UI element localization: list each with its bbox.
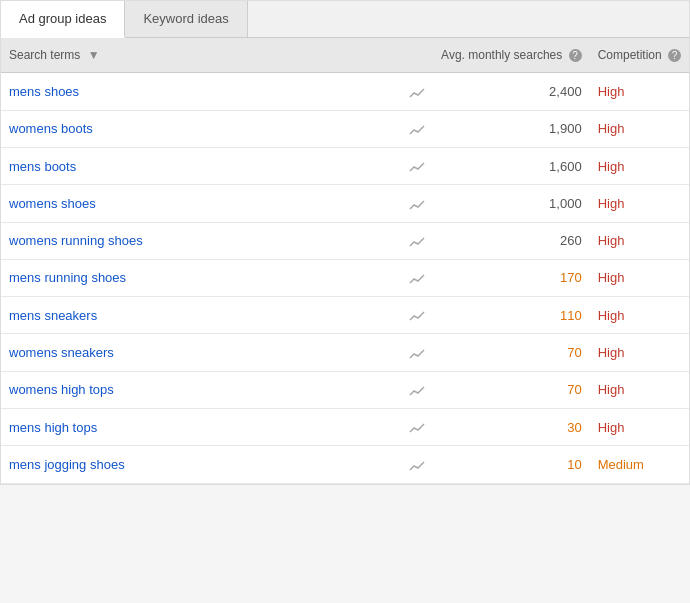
table-row: mens boots1,600High xyxy=(1,147,689,184)
term-cell[interactable]: mens high tops xyxy=(1,409,401,446)
col-avg-monthly[interactable]: Avg. monthly searches ? xyxy=(433,38,590,73)
avg-monthly-cell: 1,000 xyxy=(433,185,590,222)
table-row: mens running shoes170High xyxy=(1,259,689,296)
table-row: womens sneakers70High xyxy=(1,334,689,371)
trend-icon xyxy=(401,185,433,222)
avg-monthly-cell: 30 xyxy=(433,409,590,446)
term-cell[interactable]: womens running shoes xyxy=(1,222,401,259)
competition-cell: High xyxy=(590,185,689,222)
main-container: Ad group ideas Keyword ideas Search term… xyxy=(0,0,690,485)
competition-cell: High xyxy=(590,409,689,446)
avg-monthly-cell: 2,400 xyxy=(433,73,590,110)
avg-monthly-cell: 1,600 xyxy=(433,147,590,184)
sort-arrow-icon: ▼ xyxy=(88,48,100,62)
tab-bar: Ad group ideas Keyword ideas xyxy=(1,1,689,38)
competition-cell: High xyxy=(590,259,689,296)
avg-monthly-cell: 170 xyxy=(433,259,590,296)
avg-monthly-cell: 70 xyxy=(433,371,590,408)
trend-icon xyxy=(401,110,433,147)
term-cell[interactable]: mens sneakers xyxy=(1,297,401,334)
term-cell[interactable]: womens shoes xyxy=(1,185,401,222)
table-row: womens running shoes260High xyxy=(1,222,689,259)
avg-monthly-cell: 1,900 xyxy=(433,110,590,147)
competition-cell: High xyxy=(590,147,689,184)
avg-monthly-cell: 110 xyxy=(433,297,590,334)
term-cell[interactable]: womens high tops xyxy=(1,371,401,408)
trend-icon xyxy=(401,297,433,334)
tab-ad-group-ideas[interactable]: Ad group ideas xyxy=(1,1,125,38)
term-cell[interactable]: mens jogging shoes xyxy=(1,446,401,483)
col-search-terms[interactable]: Search terms ▼ xyxy=(1,38,401,73)
table-row: mens sneakers110High xyxy=(1,297,689,334)
trend-icon xyxy=(401,446,433,483)
competition-cell: High xyxy=(590,297,689,334)
table-row: mens shoes2,400High xyxy=(1,73,689,110)
tab-keyword-ideas[interactable]: Keyword ideas xyxy=(125,1,247,37)
trend-icon xyxy=(401,259,433,296)
table-row: womens boots1,900High xyxy=(1,110,689,147)
trend-icon xyxy=(401,73,433,110)
term-cell[interactable]: womens sneakers xyxy=(1,334,401,371)
keywords-table: Search terms ▼ Avg. monthly searches ? C… xyxy=(1,38,689,484)
table-row: womens high tops70High xyxy=(1,371,689,408)
trend-icon xyxy=(401,371,433,408)
competition-cell: High xyxy=(590,371,689,408)
avg-monthly-cell: 10 xyxy=(433,446,590,483)
competition-cell: High xyxy=(590,73,689,110)
term-cell[interactable]: womens boots xyxy=(1,110,401,147)
col-competition[interactable]: Competition ? xyxy=(590,38,689,73)
trend-icon xyxy=(401,334,433,371)
term-cell[interactable]: mens running shoes xyxy=(1,259,401,296)
trend-icon xyxy=(401,222,433,259)
table-header-row: Search terms ▼ Avg. monthly searches ? C… xyxy=(1,38,689,73)
table-row: mens high tops30High xyxy=(1,409,689,446)
avg-help-icon[interactable]: ? xyxy=(569,49,582,62)
competition-cell: High xyxy=(590,110,689,147)
avg-monthly-cell: 260 xyxy=(433,222,590,259)
trend-icon xyxy=(401,147,433,184)
competition-cell: High xyxy=(590,334,689,371)
avg-monthly-cell: 70 xyxy=(433,334,590,371)
col-trend xyxy=(401,38,433,73)
competition-cell: High xyxy=(590,222,689,259)
comp-help-icon[interactable]: ? xyxy=(668,49,681,62)
table-body: mens shoes2,400Highwomens boots1,900High… xyxy=(1,73,689,483)
table-row: womens shoes1,000High xyxy=(1,185,689,222)
term-cell[interactable]: mens shoes xyxy=(1,73,401,110)
trend-icon xyxy=(401,409,433,446)
term-cell[interactable]: mens boots xyxy=(1,147,401,184)
table-row: mens jogging shoes10Medium xyxy=(1,446,689,483)
competition-cell: Medium xyxy=(590,446,689,483)
